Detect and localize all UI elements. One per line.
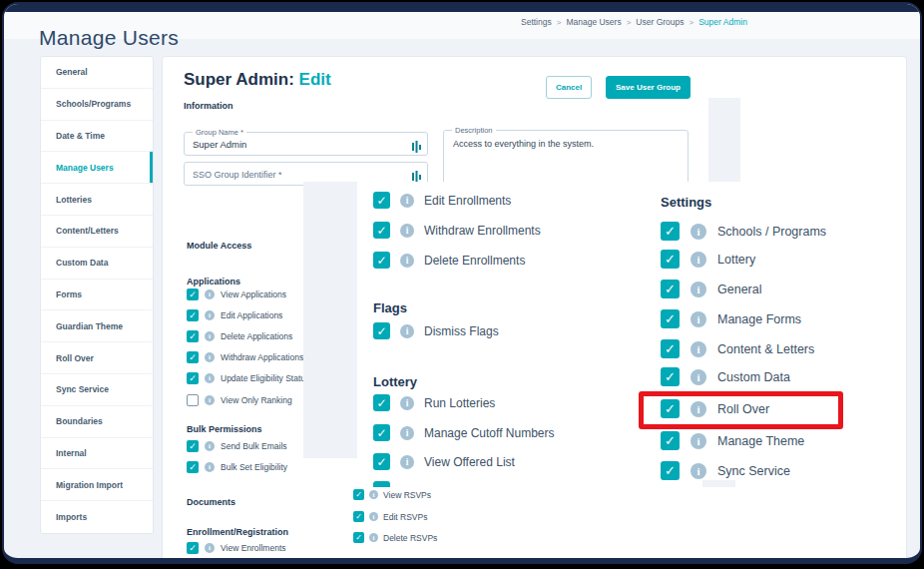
checkbox[interactable]: ✓ xyxy=(187,309,199,321)
permission-row: ✓iView Offered List xyxy=(373,453,515,470)
info-icon: i xyxy=(400,324,414,338)
merge-field-icon[interactable] xyxy=(412,139,421,157)
permission-row: ✓iSend Bulk Emails xyxy=(187,440,287,452)
checkbox[interactable]: ✓ xyxy=(661,280,680,298)
permission-label: Content & Letters xyxy=(717,342,814,356)
permission-label: View RSVPs xyxy=(383,490,431,500)
enrollment-registration-heading: Enrollment/Registration xyxy=(187,527,288,537)
save-user-group-button[interactable]: Save User Group xyxy=(606,76,691,99)
checkbox[interactable]: ✓ xyxy=(661,367,680,386)
checkbox[interactable]: ✓ xyxy=(373,453,390,470)
permission-label: Manage Cutoff Numbers xyxy=(424,426,555,440)
description-field[interactable]: Description Access to everything in the … xyxy=(443,130,689,186)
permission-label: View Offered List xyxy=(424,455,515,469)
permission-label: Delete Applications xyxy=(221,331,292,341)
sidebar-item-general[interactable]: General xyxy=(41,57,153,89)
sidebar-item-schools-programs[interactable]: Schools/Programs xyxy=(41,89,153,121)
permission-label: Edit RSVPs xyxy=(383,512,427,522)
checkbox[interactable]: ✓ xyxy=(661,250,680,269)
sidebar-item-roll-over[interactable]: Roll Over xyxy=(41,342,153,374)
permission-row: ✓iLottery xyxy=(661,250,755,269)
checkbox[interactable]: ✓ xyxy=(373,322,390,339)
checkbox[interactable]: ✓ xyxy=(187,372,199,384)
checkbox[interactable]: ✓ xyxy=(373,424,390,441)
permission-label: View Only Ranking xyxy=(221,395,292,405)
sidebar-item-content-letters[interactable]: Content/Letters xyxy=(41,216,153,248)
app-window: Settings>Manage Users>User Groups>Super … xyxy=(2,2,922,564)
permission-label: Manage Theme xyxy=(717,434,804,448)
sidebar-item-boundaries[interactable]: Boundaries xyxy=(41,406,153,438)
sidebar-item-sync-service[interactable]: Sync Service xyxy=(41,374,153,406)
permission-label: Roll Over xyxy=(717,402,769,416)
group-name-field[interactable]: Group Name * Super Admin xyxy=(184,132,428,156)
info-icon: i xyxy=(691,433,706,449)
permission-row: ✓iEdit Enrollments xyxy=(373,192,511,209)
info-icon: i xyxy=(205,395,215,405)
permission-label: Sync Service xyxy=(717,464,790,478)
checkbox[interactable]: ✓ xyxy=(661,431,680,450)
info-icon: i xyxy=(369,512,378,521)
sidebar-item-guardian-theme[interactable]: Guardian Theme xyxy=(41,310,153,342)
permission-row: ✓iCustom Data xyxy=(661,367,790,386)
permission-row: ✓iSync Service xyxy=(661,461,790,480)
permission-row: ✓iRoll Over xyxy=(661,399,769,418)
info-icon: i xyxy=(400,224,414,238)
breadcrumb-item[interactable]: Manage Users xyxy=(566,17,621,27)
checkbox[interactable]: ✓ xyxy=(373,252,390,269)
breadcrumb-item[interactable]: User Groups xyxy=(636,17,684,27)
sidebar-item-internal[interactable]: Internal xyxy=(41,438,153,470)
checkbox[interactable]: ✓ xyxy=(661,399,680,418)
checkbox[interactable] xyxy=(187,394,199,406)
permission-label: Withdraw Applications xyxy=(221,352,303,362)
checkbox[interactable]: ✓ xyxy=(373,192,390,209)
sidebar-item-custom-data[interactable]: Custom Data xyxy=(41,248,153,280)
bulk-permissions-heading: Bulk Permissions xyxy=(187,424,262,434)
permission-label: Run Lotteries xyxy=(424,396,495,410)
checkbox[interactable]: ✓ xyxy=(353,489,364,500)
permission-row: ✓iBulk Set Eligibility xyxy=(187,461,287,473)
sidebar-item-lotteries[interactable]: Lotteries xyxy=(41,184,153,216)
checkbox[interactable]: ✓ xyxy=(661,461,680,480)
sidebar-item-imports[interactable]: Imports xyxy=(41,501,153,533)
sidebar-item-migration-import[interactable]: Migration Import xyxy=(41,469,153,501)
checkbox[interactable]: ✓ xyxy=(661,339,680,358)
info-icon: i xyxy=(691,401,706,417)
permission-row: iView Only Ranking xyxy=(187,394,292,406)
cancel-button[interactable]: Cancel xyxy=(546,76,592,99)
permission-label: View Applications xyxy=(221,289,286,299)
info-icon: i xyxy=(400,455,414,469)
checkbox[interactable]: ✓ xyxy=(187,542,199,554)
checkbox[interactable]: ✓ xyxy=(373,222,390,239)
permission-row: ✓iEdit RSVPs xyxy=(353,511,427,522)
permission-row: ✓iEdit Applications xyxy=(187,309,282,321)
checkbox[interactable]: ✓ xyxy=(373,394,390,411)
permission-row: ✓iManage Cutoff Numbers xyxy=(373,424,555,441)
checkbox[interactable]: ✓ xyxy=(661,309,680,328)
sidebar-item-manage-users[interactable]: Manage Users xyxy=(41,152,153,184)
info-icon: i xyxy=(400,194,414,208)
checkbox[interactable]: ✓ xyxy=(661,222,680,241)
checkbox[interactable]: ✓ xyxy=(187,351,199,363)
clipped-checkbox[interactable] xyxy=(373,481,390,487)
info-icon: i xyxy=(205,352,215,362)
info-icon: i xyxy=(691,369,706,385)
checkbox[interactable]: ✓ xyxy=(353,532,364,543)
applications-heading: Applications xyxy=(187,277,240,286)
sidebar-item-date-time[interactable]: Date & Time xyxy=(41,121,153,153)
info-icon: i xyxy=(205,441,215,451)
permission-label: View Enrollments xyxy=(221,543,286,553)
checkbox[interactable]: ✓ xyxy=(187,330,199,342)
sidebar-item-forms[interactable]: Forms xyxy=(41,280,153,311)
checkbox[interactable]: ✓ xyxy=(187,440,199,452)
permission-row: ✓iManage Theme xyxy=(661,431,804,450)
permission-label: Manage Forms xyxy=(717,312,801,326)
column-gap xyxy=(708,98,740,182)
breadcrumb-separator: > xyxy=(557,18,562,27)
group-name-heading: Super Admin: xyxy=(184,70,294,89)
permission-row: ✓iDelete Applications xyxy=(187,330,292,342)
checkbox[interactable]: ✓ xyxy=(187,288,199,300)
breadcrumb-item[interactable]: Super Admin xyxy=(698,17,747,27)
checkbox[interactable]: ✓ xyxy=(187,461,199,473)
checkbox[interactable]: ✓ xyxy=(353,511,364,522)
breadcrumb-item[interactable]: Settings xyxy=(521,17,552,27)
